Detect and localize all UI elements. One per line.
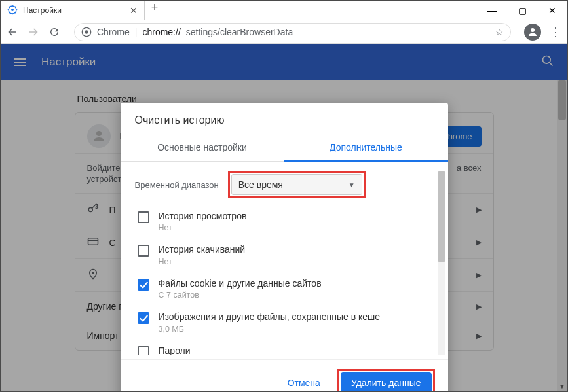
bookmark-star-icon[interactable]: ☆ [495, 27, 504, 37]
svg-point-3 [85, 30, 88, 33]
window-controls: — ▢ ✕ [477, 1, 567, 20]
kebab-menu-button[interactable]: ⋮ [549, 25, 562, 39]
forward-button[interactable] [27, 26, 40, 39]
window-titlebar: Настройки ✕ + — ▢ ✕ [1, 1, 567, 20]
tab-advanced[interactable]: Дополнительные [284, 134, 448, 162]
clear-data-button[interactable]: Удалить данные [341, 372, 432, 392]
time-range-row: Временной диапазон Все время ▼ [135, 171, 434, 198]
option-passwords[interactable]: ПаролиНет [135, 340, 434, 355]
option-label: История просмотров [159, 211, 247, 221]
dialog-tabs: Основные настройки Дополнительные [121, 134, 448, 162]
dialog-scrollbar[interactable] [438, 171, 445, 355]
close-tab-icon[interactable]: ✕ [130, 5, 138, 16]
option-sub: 3,0 МБ [159, 324, 381, 334]
back-button[interactable] [6, 26, 19, 39]
option-cached-images[interactable]: Изображения и другие файлы, сохраненные … [135, 306, 434, 339]
tab-basic[interactable]: Основные настройки [121, 134, 284, 162]
svg-point-4 [531, 28, 535, 32]
address-scheme: Chrome [97, 27, 130, 37]
dialog-footer: Отмена Удалить данные [121, 359, 448, 392]
gear-icon [7, 5, 18, 17]
new-tab-button[interactable]: + [145, 1, 164, 14]
option-browsing-history[interactable]: История просмотровНет [135, 205, 434, 238]
cancel-button[interactable]: Отмена [277, 372, 331, 392]
option-download-history[interactable]: История скачиванийНет [135, 238, 434, 272]
settings-page: Настройки Пользователи П Chrome Войдите … [1, 44, 567, 391]
checkbox-browsing-history[interactable] [138, 211, 149, 223]
browser-tab[interactable]: Настройки ✕ [1, 1, 145, 20]
caret-down-icon: ▼ [349, 181, 355, 188]
checkbox-cookies[interactable] [138, 279, 149, 291]
time-range-value: Все время [238, 179, 283, 190]
tab-title: Настройки [23, 6, 124, 15]
maximize-button[interactable]: ▢ [507, 1, 537, 20]
address-path: settings/clearBrowserData [186, 27, 293, 37]
dialog-title: Очистить историю [121, 103, 448, 134]
profile-avatar-button[interactable] [524, 24, 541, 41]
confirm-highlight: Удалить данные [337, 369, 435, 392]
option-label: Файлы cookie и другие данные сайтов [159, 278, 322, 289]
options-list: История просмотровНет История скачиваний… [135, 205, 434, 355]
address-bar[interactable]: Chrome | chrome://settings/clearBrowserD… [74, 23, 511, 41]
svg-point-1 [11, 9, 14, 11]
option-sub: С 7 сайтов [159, 290, 322, 300]
clear-browsing-data-dialog: Очистить историю Основные настройки Допо… [121, 103, 448, 392]
close-window-button[interactable]: ✕ [537, 1, 567, 20]
option-cookies[interactable]: Файлы cookie и другие данные сайтовС 7 с… [135, 272, 434, 306]
option-label: Изображения и другие файлы, сохраненные … [159, 312, 381, 322]
minimize-button[interactable]: — [477, 1, 507, 20]
reload-button[interactable] [48, 26, 61, 39]
option-sub: Нет [159, 223, 247, 233]
option-sub: Нет [159, 257, 246, 267]
time-range-highlight: Все время ▼ [228, 171, 366, 198]
checkbox-passwords[interactable] [138, 346, 149, 355]
dialog-scroll-thumb[interactable] [438, 171, 445, 262]
checkbox-download-history[interactable] [138, 245, 149, 257]
dialog-body: Временной диапазон Все время ▼ История п… [121, 162, 448, 359]
address-protocol: chrome:// [142, 27, 180, 37]
browser-toolbar: Chrome | chrome://settings/clearBrowserD… [1, 20, 567, 44]
time-range-label: Временной диапазон [135, 180, 219, 190]
checkbox-cached-images[interactable] [138, 312, 149, 324]
option-label: История скачиваний [159, 244, 246, 255]
option-label: Пароли [159, 346, 191, 355]
chrome-icon [81, 27, 92, 37]
time-range-select[interactable]: Все время ▼ [231, 174, 362, 195]
